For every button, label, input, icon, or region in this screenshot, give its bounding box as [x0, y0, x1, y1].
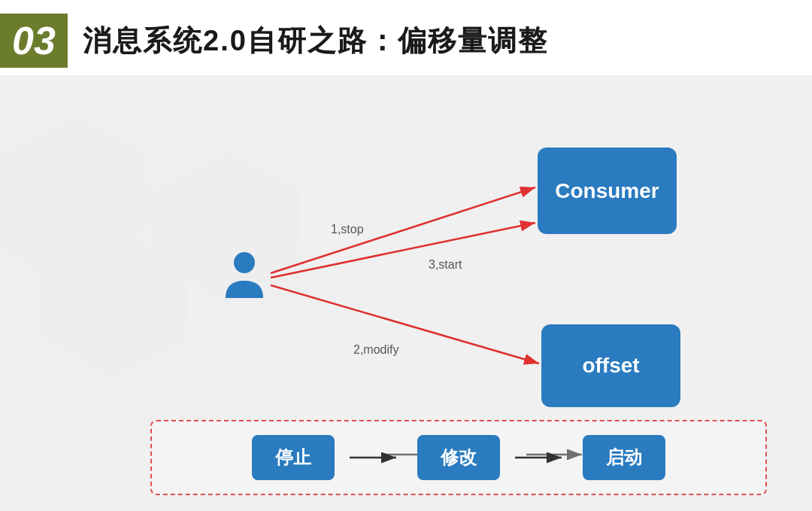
main-content: Consumer offset 1,stop 3,start 2,modify … [0, 76, 812, 511]
flow-section: 停止 修改 启动 [150, 420, 767, 495]
svg-point-14 [234, 252, 255, 273]
label-start: 3,start [429, 258, 462, 272]
flow-step-2: 修改 [417, 435, 500, 480]
header: 03 消息系统2.0自研之路：偏移量调整 [0, 0, 812, 76]
slide-title: 消息系统2.0自研之路：偏移量调整 [83, 22, 548, 60]
flow-arrow-2 [515, 450, 568, 465]
flow-step-1: 停止 [252, 435, 335, 480]
offset-box: offset [541, 324, 680, 407]
svg-marker-4 [316, 91, 436, 211]
flow-arrow-1 [350, 450, 402, 465]
flow-step-3: 启动 [583, 435, 665, 480]
slide-number: 03 [0, 14, 68, 68]
person-icon [218, 249, 271, 309]
label-modify: 2,modify [353, 343, 398, 357]
label-stop: 1,stop [331, 223, 364, 236]
consumer-box: Consumer [538, 148, 677, 234]
